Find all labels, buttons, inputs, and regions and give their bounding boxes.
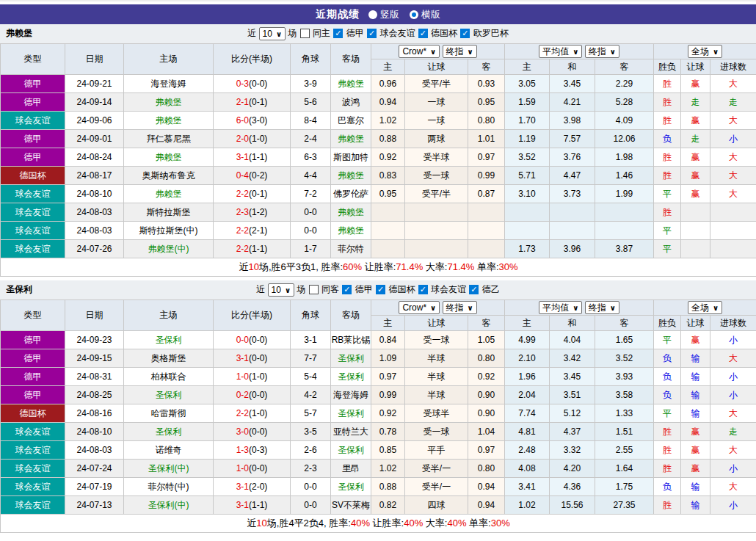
summary-part: 让胜率: [370,518,404,529]
result-handicap: 输 [681,386,710,404]
summary-part: 场,胜6平3负1, 胜率: [259,261,343,272]
league-badge: 球会友谊 [1,112,65,130]
result-goals: 大 [710,349,756,368]
league-checkbox-0[interactable] [333,29,343,38]
match-row: 球会友谊24-08-03斯特拉斯堡2-3(1-2)0-0弗赖堡胜 [1,203,756,222]
match-date: 24-08-25 [65,386,124,404]
avg-home [505,203,550,222]
fulltime-score: 1-0 [236,463,249,473]
avg-away: 1.65 [595,331,654,349]
league-checkbox-1[interactable] [376,285,385,294]
home-team: 柏林联合 [124,368,214,386]
avg-away: 1.46 [595,167,654,185]
league-checkbox-3[interactable] [460,29,470,38]
summary-part: 71.4% [447,261,474,272]
average-select[interactable]: 平均值∨ [539,45,582,58]
score-cell: 3-1(1-1) [214,148,291,167]
avg-draw: 4.04 [550,331,595,349]
chevron-down-icon: ∨ [468,48,473,56]
league-checkbox-1[interactable] [367,29,377,38]
same-venue-checkbox[interactable] [300,29,310,38]
summary-part: 近 [239,261,248,272]
match-date: 24-08-10 [65,423,124,441]
halftime-score: (0-3) [249,445,267,455]
result-handicap [681,222,710,240]
league-checkbox-2[interactable] [418,285,428,294]
match-count-select[interactable]: 10∨ [259,27,286,40]
corner-cell: 3-1 [291,331,331,349]
result-handicap: 输 [681,478,710,496]
bookmaker-select[interactable]: Crow*∨ [399,301,440,314]
avg-home: 1.73 [505,240,550,258]
odds-stage-select[interactable]: 终指∨ [443,45,477,58]
same-venue-checkbox[interactable] [309,285,319,294]
match-count-select[interactable]: 10∨ [268,283,294,297]
match-date: 24-08-03 [65,222,124,240]
col-header-home: 主场 [124,300,214,331]
league-badge: 球会友谊 [1,240,65,258]
summary-part: 大率: [423,261,447,272]
score-cell: 0-3(0-0) [214,75,291,93]
odds-handicap: 受一球 [405,167,468,185]
home-team: 圣保利 [124,386,214,404]
odds-home: 0.97 [371,368,405,386]
avg-away: 4.09 [595,112,654,130]
result-goals [710,203,756,222]
home-team: 弗赖堡 [124,148,214,167]
fulltime-score: 2-0 [236,134,249,144]
avg-away: 27.35 [595,496,654,515]
bookmaker-select[interactable]: Crow*∨ [399,45,440,58]
odds-stage-select[interactable]: 终指∨ [443,301,477,314]
corner-cell: 0-0 [291,222,331,240]
score-cell: 2-2(0-1) [214,185,291,203]
away-team: 弗赖堡 [331,75,371,93]
away-team: 佛罗伦萨 [331,185,371,203]
odds-away: 0.97 [468,148,505,167]
odds-home [371,240,405,258]
average-stage-select[interactable]: 终指∨ [585,45,619,58]
radio-icon-horizontal[interactable] [410,10,418,19]
result-goals: 小 [710,331,756,349]
halftime-score: (0-0) [249,79,267,89]
halftime-score: (0-0) [249,335,267,345]
scope-select[interactable]: 全场∨ [688,45,722,58]
corner-cell: 7-2 [291,185,331,203]
radio-icon-vertical[interactable] [368,10,377,19]
result-handicap: 走 [681,130,710,148]
result-goals [710,240,756,258]
league-checkbox-0[interactable] [342,285,352,294]
away-team: RB莱比锡 [331,331,371,349]
league-checkbox-2[interactable] [418,29,428,38]
odds-handicap [405,203,468,222]
result-handicap: 赢 [681,460,710,478]
odds-away: 0.80 [468,460,505,478]
average-select[interactable]: 平均值∨ [539,301,582,314]
odds-away [468,240,505,258]
chevron-down-icon: ∨ [573,48,578,56]
match-date: 24-07-13 [65,496,124,515]
results-table-freiburg: 类型 日期 主场 比分(半场) 角球 客场 Crow*∨ 终指∨ 平均值∨ 终指… [0,43,756,277]
score-cell: 3-0(0-0) [214,423,291,441]
odds-away [468,222,505,240]
layout-option-horizontal[interactable]: 横版 [410,8,440,21]
corner-cell: 5-6 [291,93,331,112]
summary-part: 近 [247,518,256,529]
league-checkbox-3[interactable] [469,285,479,294]
home-team: 圣保利(中) [124,460,214,478]
result-handicap: 输 [681,404,710,423]
corner-cell: 2-4 [291,130,331,148]
avg-home: 1.96 [505,368,550,386]
col-header-avg-away: 客 [595,59,654,75]
result-goals: 大 [710,478,756,496]
team-name: 弗赖堡 [6,24,32,43]
avg-draw: 4.47 [550,167,595,185]
chevron-down-icon: ∨ [713,304,719,312]
fulltime-score: 2-1 [236,97,249,107]
scope-select[interactable]: 全场∨ [688,301,722,314]
away-team: 弗赖堡 [331,167,371,185]
average-stage-select[interactable]: 终指∨ [585,301,619,314]
layout-option-vertical[interactable]: 竖版 [368,8,399,21]
home-team: 拜仁慕尼黑 [124,130,214,148]
home-team: 斯特拉斯堡 [124,203,214,222]
score-cell: 2-0(1-0) [214,130,291,148]
